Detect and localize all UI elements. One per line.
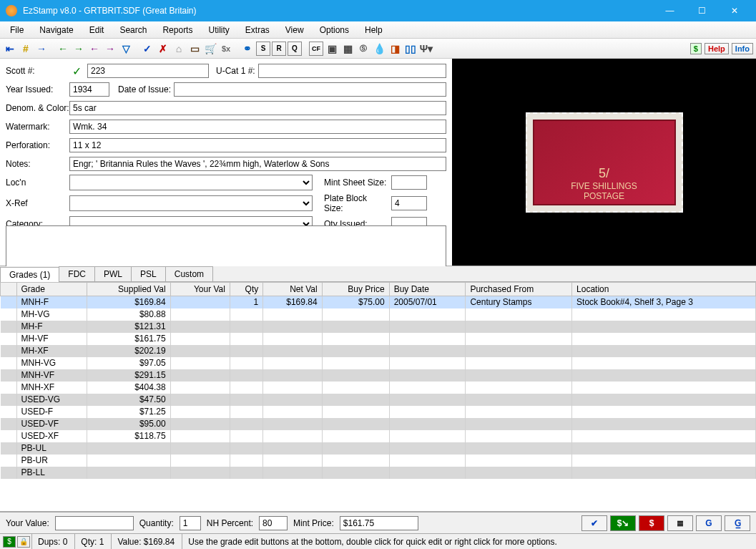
- info-button[interactable]: Info: [732, 43, 753, 54]
- tab-psl[interactable]: PSL: [131, 266, 166, 281]
- menu-reports[interactable]: Reports: [155, 23, 200, 37]
- xref-select[interactable]: [69, 195, 313, 211]
- quantity-input[interactable]: [180, 516, 201, 530]
- table-row[interactable]: PB-UL: [1, 442, 756, 455]
- confirm-button[interactable]: ✔: [581, 515, 607, 531]
- denom-label: Denom. & Color:: [6, 103, 67, 113]
- menu-options[interactable]: Options: [313, 23, 356, 37]
- col-purchased-from[interactable]: Purchased From: [466, 283, 572, 296]
- q-button-icon[interactable]: Q: [288, 42, 302, 56]
- notes-input[interactable]: [69, 157, 446, 171]
- table-row[interactable]: USED-F$71.25: [1, 406, 756, 418]
- wmk-input[interactable]: [69, 120, 446, 134]
- nav-next-purple-icon[interactable]: →: [103, 42, 117, 56]
- table-row[interactable]: MNH-VG$97.05: [1, 357, 756, 369]
- denom-input[interactable]: [69, 101, 446, 115]
- perf-input[interactable]: [69, 138, 446, 152]
- tag-icon[interactable]: ⌂: [172, 42, 186, 56]
- col-your-val[interactable]: Your Val: [170, 283, 230, 296]
- table-row[interactable]: $MNH-F$169.841$169.84$75.002005/07/01Cen…: [1, 296, 756, 308]
- col-buy-date[interactable]: Buy Date: [389, 283, 466, 296]
- status-dollar-icon[interactable]: $: [3, 536, 16, 548]
- year-input[interactable]: [69, 82, 109, 97]
- menu-navigate[interactable]: Navigate: [32, 23, 80, 37]
- nav-prev-purple-icon[interactable]: ←: [87, 42, 102, 56]
- menu-help[interactable]: Help: [358, 23, 390, 37]
- cf-button-icon[interactable]: CF: [309, 42, 323, 56]
- menu-file[interactable]: File: [3, 23, 31, 37]
- help-button[interactable]: Help: [705, 43, 729, 54]
- psi-icon[interactable]: Ψ▾: [419, 42, 433, 56]
- tab-pwl[interactable]: PWL: [94, 266, 132, 281]
- menu-edit[interactable]: Edit: [82, 23, 112, 37]
- g2-button[interactable]: G̲: [725, 515, 750, 531]
- col-buy-price[interactable]: Buy Price: [322, 283, 389, 296]
- grid-wrap[interactable]: GradeSupplied ValYour ValQtyNet ValBuy P…: [0, 282, 756, 512]
- stats-icon[interactable]: Ⓢ: [356, 42, 370, 56]
- pbs-input[interactable]: [391, 196, 427, 210]
- table-row[interactable]: USED-XF$118.75: [1, 430, 756, 442]
- filter-icon[interactable]: ▽: [119, 42, 133, 56]
- col-grade[interactable]: Grade: [16, 283, 87, 296]
- col-qty[interactable]: Qty: [230, 283, 262, 296]
- tab-custom[interactable]: Custom: [165, 266, 213, 281]
- doi-input[interactable]: [174, 82, 446, 97]
- menu-utility[interactable]: Utility: [201, 23, 236, 37]
- table-row[interactable]: PB-LL: [1, 467, 756, 479]
- col-location[interactable]: Location: [572, 283, 756, 296]
- locn-select[interactable]: [69, 175, 313, 190]
- table-row[interactable]: MH-F$121.31: [1, 321, 756, 333]
- table-row[interactable]: MNH-VF$291.15: [1, 369, 756, 382]
- table-row[interactable]: USED-VF$95.00: [1, 418, 756, 430]
- your-value-input[interactable]: [55, 516, 134, 530]
- maximize-button[interactable]: ☐: [686, 0, 718, 21]
- nav-prev-green-icon[interactable]: ←: [56, 42, 70, 56]
- palette-icon[interactable]: ◨: [388, 42, 402, 56]
- tv-icon[interactable]: ▣: [325, 42, 339, 56]
- menu-search[interactable]: Search: [112, 23, 154, 37]
- ucat-input[interactable]: [258, 64, 446, 78]
- delete-icon[interactable]: ✗: [156, 42, 170, 56]
- drop-icon[interactable]: 💧: [372, 42, 386, 56]
- nav-scott-icon[interactable]: #: [19, 42, 33, 56]
- grid-icon[interactable]: ▦: [340, 42, 355, 56]
- mss-input[interactable]: [391, 175, 427, 190]
- status-lock-icon[interactable]: 🔒: [17, 536, 30, 548]
- col-net-val[interactable]: Net Val: [263, 283, 322, 296]
- table-row[interactable]: MH-XF$202.19: [1, 345, 756, 357]
- window-title: EzStamp v8.0 - GRTBRIT.SDF (Great Britai…: [23, 6, 654, 16]
- book-icon[interactable]: ▭: [187, 42, 202, 56]
- tab-grades-1-[interactable]: Grades (1): [0, 267, 59, 282]
- tab-fdc[interactable]: FDC: [59, 266, 95, 281]
- table-row[interactable]: PB-UR: [1, 455, 756, 467]
- col-supplied-val[interactable]: Supplied Val: [87, 283, 170, 296]
- menu-extras[interactable]: Extras: [238, 23, 277, 37]
- r-button-icon[interactable]: R: [272, 42, 286, 56]
- nav-next-green-icon[interactable]: →: [72, 42, 86, 56]
- minimize-button[interactable]: —: [654, 0, 686, 21]
- table-row[interactable]: MH-VG$80.88: [1, 308, 756, 321]
- nav-next-icon[interactable]: →: [34, 42, 49, 56]
- link-icon[interactable]: ⚭: [240, 42, 255, 56]
- close-button[interactable]: ✕: [718, 0, 750, 21]
- nh-percent-input[interactable]: [259, 516, 288, 530]
- table-row[interactable]: USED-VG$47.50: [1, 394, 756, 406]
- columns-icon[interactable]: ▯▯: [403, 42, 418, 56]
- g-button[interactable]: G: [696, 515, 722, 531]
- currency-button[interactable]: $: [690, 43, 702, 54]
- status-hint: Use the grade edit buttons at the bottom…: [182, 534, 753, 549]
- list-button[interactable]: ≣: [667, 515, 693, 531]
- cart-icon[interactable]: 🛒: [203, 42, 217, 56]
- scott-input[interactable]: [87, 64, 209, 78]
- dollar-icon[interactable]: $x: [219, 42, 233, 56]
- nav-first-icon[interactable]: ⇤: [3, 42, 17, 56]
- s-button-icon[interactable]: S: [256, 42, 270, 56]
- add-green-button[interactable]: $↘: [610, 515, 636, 531]
- memo-textarea[interactable]: [6, 225, 446, 271]
- remove-red-button[interactable]: $: [639, 515, 664, 531]
- table-row[interactable]: MH-VF$161.75: [1, 333, 756, 345]
- table-row[interactable]: MNH-XF$404.38: [1, 382, 756, 394]
- mint-price-input[interactable]: [340, 516, 418, 530]
- menu-view[interactable]: View: [278, 23, 311, 37]
- check-icon[interactable]: ✓: [140, 42, 154, 56]
